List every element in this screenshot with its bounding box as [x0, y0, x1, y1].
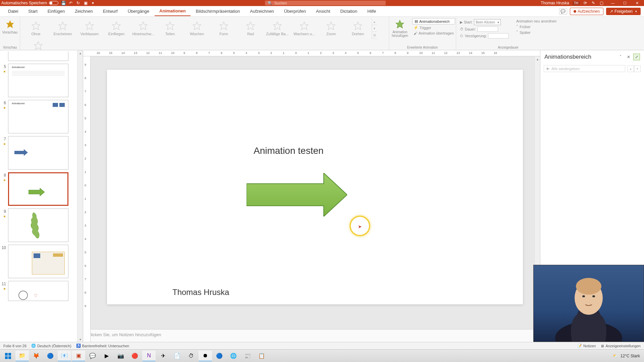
add-animation-button[interactable]: Animation hinzufügen	[390, 18, 410, 39]
tab-animationen[interactable]: Animationen	[155, 6, 191, 16]
comments-button[interactable]: 💬	[559, 8, 567, 15]
anim-wischen[interactable]: Wischen	[184, 18, 210, 39]
tab-bildschirm[interactable]: Bildschirmpräsentation	[191, 7, 245, 16]
move-down-button[interactable]: ▾	[634, 65, 641, 72]
anim-einfliegen[interactable]: Einfliegen	[103, 18, 129, 39]
thumb-9[interactable]	[8, 208, 68, 242]
thumb-5[interactable]: Animationen	[8, 64, 68, 97]
powerpoint-icon[interactable]: ▣	[72, 351, 85, 361]
thumb-7[interactable]	[8, 136, 68, 170]
anim-wachsen[interactable]: Wachsen u...	[291, 18, 317, 39]
language-status[interactable]: 🌐Deutsch (Österreich)	[31, 344, 71, 348]
trigger-button[interactable]: ⚡Trigger	[412, 25, 455, 30]
tab-dictation[interactable]: Dictation	[336, 7, 362, 16]
window-icon[interactable]: ▢	[599, 1, 604, 5]
slide-counter[interactable]: Folie 8 von 26	[3, 344, 26, 348]
thumb-8-selected[interactable]	[8, 172, 68, 206]
thumbnail-scrollbar[interactable]: ▴ ▾	[77, 50, 83, 342]
pane-chevron-icon[interactable]: ˅	[617, 54, 624, 60]
app5-icon[interactable]: ⏱	[184, 351, 198, 361]
share-button[interactable]: ↗ Freigeben ▾	[606, 8, 641, 15]
gallery-scroll[interactable]: ▴▾⊟	[372, 18, 377, 39]
tab-ansicht[interactable]: Ansicht	[311, 7, 335, 16]
app7-icon[interactable]: 🔵	[213, 351, 226, 361]
preview-button[interactable]: Vorschau	[0, 18, 20, 36]
app2-icon[interactable]: 📷	[114, 351, 127, 361]
slide-footer-text[interactable]: Thomas Hruska	[172, 288, 229, 297]
display-settings-button[interactable]: 🖥Anzeigeeinstellungen	[600, 344, 641, 348]
app6-icon[interactable]: ⏺	[199, 351, 212, 361]
scroll-down-icon[interactable]: ▾	[77, 337, 83, 342]
animation-painter-button[interactable]: 🖌Animation übertragen	[412, 31, 455, 36]
thumb-11[interactable]: ♡	[8, 281, 68, 301]
telegram-icon[interactable]: ✈	[156, 351, 170, 361]
anim-drehen[interactable]: Drehen	[345, 18, 371, 39]
tab-zeichnen[interactable]: Zeichnen	[70, 7, 97, 16]
undo-icon[interactable]: ↶	[68, 1, 73, 5]
delay-input[interactable]	[488, 33, 509, 39]
pane-close-icon[interactable]: ✕	[625, 54, 632, 60]
outlook-icon[interactable]: 📧	[58, 351, 71, 361]
anim-teilen[interactable]: Teilen	[157, 18, 183, 39]
anim-rad[interactable]: Rad	[237, 18, 264, 39]
app9-icon[interactable]: 📋	[255, 351, 268, 361]
present-icon[interactable]: ▣	[83, 1, 88, 5]
vlc-icon[interactable]: ▶	[100, 351, 113, 361]
play-all-button[interactable]: ▶Alle wiedergeben	[544, 65, 625, 72]
tab-hilfe[interactable]: Hilfe	[363, 7, 381, 16]
user-initials[interactable]: TH	[573, 1, 580, 5]
autosave-toggle[interactable]: Automatisches Speichern	[1, 1, 58, 5]
thumb-10[interactable]	[8, 245, 68, 278]
chrome-icon[interactable]: 🔵	[44, 351, 57, 361]
close-button[interactable]: ✕	[631, 0, 643, 6]
dropdown-icon[interactable]: ▾	[91, 1, 95, 5]
explorer-icon[interactable]: 📁	[15, 351, 29, 361]
tab-datei[interactable]: Datei	[3, 7, 23, 16]
search-input[interactable]: 🔍 Suchen	[265, 1, 386, 5]
app3-icon[interactable]: 🔴	[128, 351, 142, 361]
tab-entwurf[interactable]: Entwurf	[98, 7, 122, 16]
anim-hineinschweben[interactable]: Hineinschw...	[130, 18, 156, 39]
app8-icon[interactable]: 📰	[241, 351, 254, 361]
record-button[interactable]: Aufzeichnen	[570, 8, 603, 15]
tab-ueberpruefen[interactable]: Überprüfen	[279, 7, 311, 16]
app4-icon[interactable]: 📄	[170, 351, 184, 361]
slide-title-text[interactable]: Animation testen	[254, 145, 324, 156]
animation-pane-button[interactable]: ▤Animationsbereich	[412, 18, 455, 24]
draw-icon[interactable]: ✎	[591, 1, 596, 5]
anim-ohne[interactable]: Ohne	[23, 18, 49, 39]
notes-pane[interactable]: Klicken Sie, um Notizen hinzuzufügen	[83, 329, 540, 342]
username-label[interactable]: Thomas Hruska	[541, 1, 569, 5]
save-icon[interactable]: 💾	[61, 1, 66, 5]
app-icon[interactable]: 💬	[86, 351, 99, 361]
edge-icon[interactable]: 🌐	[227, 351, 240, 361]
anim-zoom[interactable]: Zoom	[318, 18, 344, 39]
tab-start[interactable]: Start	[23, 7, 42, 16]
anim-zufaellige[interactable]: Zufällige Ba...	[264, 18, 290, 39]
start-select[interactable]: Beim Klicken▾	[474, 19, 501, 25]
move-up-button[interactable]: ▴	[627, 65, 634, 72]
scroll-up-icon[interactable]: ▴	[77, 50, 83, 56]
tab-uebergaenge[interactable]: Übergänge	[123, 7, 154, 16]
green-arrow-shape[interactable]	[247, 173, 347, 217]
slide-list[interactable]: 5★Animationen 6★Animationen 7★ 8★ 9★ 10 …	[0, 50, 77, 342]
onenote-icon[interactable]: N	[142, 351, 156, 361]
firefox-icon[interactable]: 🦊	[30, 351, 43, 361]
thumb-6[interactable]: Animationen	[8, 100, 68, 133]
earlier-button[interactable]: ˄Früher	[515, 24, 558, 29]
later-button[interactable]: ˅Später	[515, 30, 558, 35]
anim-erscheinen[interactable]: Erscheinen	[50, 18, 76, 39]
minimize-button[interactable]: —	[607, 0, 619, 6]
tab-einfuegen[interactable]: Einfügen	[43, 7, 69, 16]
redo-icon[interactable]: ↻	[76, 1, 80, 5]
start-button[interactable]	[1, 351, 15, 361]
sync-icon[interactable]: ⟳	[583, 1, 588, 5]
duration-input[interactable]	[477, 26, 498, 32]
toggle-switch-icon[interactable]	[49, 1, 58, 5]
slide-canvas[interactable]: Animation testen ➤ Thomas Hruska	[107, 70, 523, 304]
maximize-button[interactable]: ☐	[619, 0, 631, 6]
notes-button[interactable]: 📝Notizen	[577, 344, 596, 348]
system-tray[interactable]: ⛅ 12°C Stark	[613, 354, 643, 358]
accessibility-status[interactable]: ♿Barrierefreiheit: Untersuchen	[76, 344, 129, 348]
tab-aufzeichnen[interactable]: Aufzeichnen	[245, 7, 279, 16]
